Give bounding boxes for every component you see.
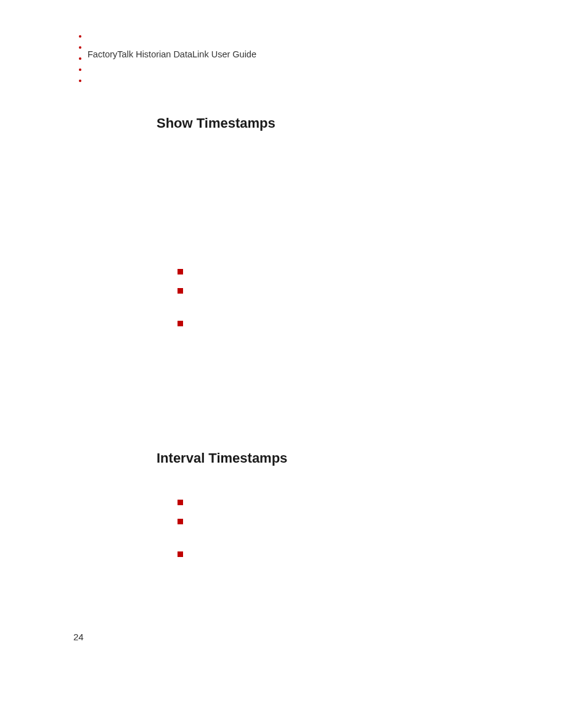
dot-icon [79, 46, 81, 49]
header-dots-decoration [79, 35, 81, 91]
list-item [178, 320, 183, 326]
square-bullet-icon [178, 288, 183, 294]
list-item [178, 268, 183, 274]
dot-icon [79, 35, 81, 38]
bullet-list-interval-timestamps [178, 498, 183, 569]
list-item [178, 498, 183, 505]
dot-icon [79, 68, 81, 71]
square-bullet-icon [178, 519, 183, 524]
section-heading-interval-timestamps: Interval Timestamps [157, 450, 287, 466]
document-header-title: FactoryTalk Historian DataLink User Guid… [88, 49, 256, 59]
square-bullet-icon [178, 500, 183, 505]
list-item [178, 550, 183, 557]
page-number: 24 [73, 632, 84, 642]
bullet-list-show-timestamps [178, 268, 183, 339]
square-bullet-icon [178, 321, 183, 326]
section-heading-show-timestamps: Show Timestamps [157, 115, 276, 131]
square-bullet-icon [178, 269, 183, 274]
dot-icon [79, 57, 81, 60]
square-bullet-icon [178, 551, 183, 557]
list-item [178, 518, 183, 524]
dot-icon [79, 80, 81, 82]
list-item [178, 287, 183, 294]
